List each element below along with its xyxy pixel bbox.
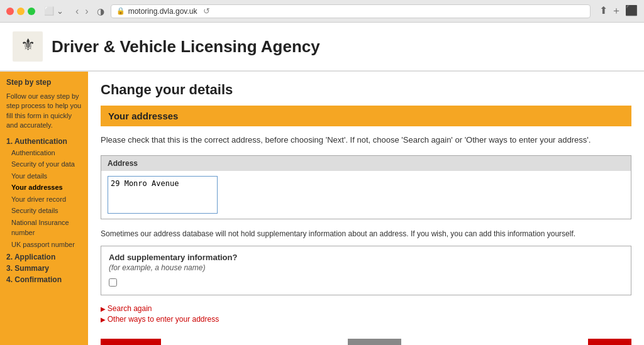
window-controls: ⬜ ⌄ — [44, 6, 64, 16]
site-header: ⚜ Driver & Vehicle Licensing Agency — [0, 23, 644, 72]
sidebar-title: Step by step — [6, 78, 82, 87]
sidebar-item-authentication[interactable]: Authentication — [6, 147, 82, 159]
brightness-icon: ◑ — [96, 6, 106, 16]
previous-label: Previous — [118, 343, 152, 346]
page-wrapper: ⚜ Driver & Vehicle Licensing Agency Step… — [0, 23, 644, 345]
cancel-label: Cancel — [357, 343, 384, 346]
sidebar-section-2-title: 2. Application — [6, 253, 82, 261]
supplementary-box-subtitle: (for example, a house name) — [109, 263, 623, 272]
address-box-header: Address — [101, 156, 631, 171]
sidebar-toggle-icon[interactable]: ⬛ — [625, 4, 638, 18]
sidebar-section-4: 4. Confirmation — [6, 275, 82, 284]
supplementary-box-title: Add supplementary information? — [109, 253, 623, 262]
maximize-button[interactable] — [28, 8, 35, 15]
sidebar-section-1: 1. Authentication Authentication Securit… — [6, 137, 82, 251]
forward-button[interactable]: › — [83, 6, 90, 17]
share-icon[interactable]: ⬆ — [599, 4, 608, 18]
sidebar-section-3: 3. Summary — [6, 264, 82, 273]
refresh-button[interactable]: ↺ — [203, 6, 210, 16]
browser-nav: ‹ › — [74, 6, 91, 17]
traffic-lights — [6, 8, 35, 15]
previous-button[interactable]: Previous — [101, 339, 161, 346]
next-label: Next — [597, 343, 614, 346]
supplementary-info-text: Sometimes our address database will not … — [101, 228, 631, 239]
sidebar: Step by step Follow our easy step by ste… — [0, 72, 88, 345]
close-button[interactable] — [6, 8, 14, 15]
sidebar-item-security-data[interactable]: Security of your data — [6, 158, 82, 170]
nav-links: Search again Other ways to enter your ad… — [101, 304, 631, 324]
section-header: Your addresses — [101, 106, 631, 126]
sidebar-section-4-title: 4. Confirmation — [6, 275, 82, 284]
sidebar-item-your-details[interactable]: Your details — [6, 170, 82, 182]
address-bar[interactable]: 🔒 motoring.dvla.gov.uk ↺ — [111, 4, 591, 18]
minimize-button[interactable] — [17, 8, 25, 15]
browser-actions: ⬆ ＋ ⬛ — [599, 4, 638, 18]
new-tab-icon[interactable]: ＋ — [611, 4, 621, 18]
search-again-link[interactable]: Search again — [101, 304, 631, 313]
window-expand-icon[interactable]: ⌄ — [57, 6, 64, 16]
uk-crest-logo: ⚜ — [13, 31, 43, 62]
sidebar-section-3-title: 3. Summary — [6, 264, 82, 273]
url-text: motoring.dvla.gov.uk — [128, 7, 197, 16]
supplementary-checkbox[interactable] — [109, 278, 117, 287]
supplementary-box: Add supplementary information? (for exam… — [101, 246, 631, 295]
sidebar-item-passport-number[interactable]: UK passport number — [6, 239, 82, 251]
button-bar: Previous Cancel Next — [101, 334, 631, 346]
browser-chrome: ⬜ ⌄ ‹ › ◑ 🔒 motoring.dvla.gov.uk ↺ ⬆ ＋ ⬛ — [0, 0, 644, 23]
sidebar-section-1-title: 1. Authentication — [6, 137, 82, 146]
address-box: Address — [101, 155, 631, 219]
sidebar-section-2: 2. Application — [6, 253, 82, 261]
sidebar-item-driver-record[interactable]: Your driver record — [6, 194, 82, 205]
sidebar-item-your-addresses[interactable]: Your addresses — [6, 182, 82, 194]
page-title: Change your details — [101, 82, 631, 98]
other-ways-link[interactable]: Other ways to enter your address — [101, 315, 631, 324]
next-button[interactable]: Next — [588, 339, 631, 346]
intro-text: Please check that this is the correct ad… — [101, 134, 631, 146]
site-title: Driver & Vehicle Licensing Agency — [52, 37, 320, 57]
sidebar-item-security-details[interactable]: Security details — [6, 205, 82, 217]
lock-icon: 🔒 — [116, 7, 125, 15]
sidebar-description: Follow our easy step by step process to … — [6, 92, 82, 131]
address-input[interactable] — [108, 176, 218, 214]
window-icon[interactable]: ⬜ — [44, 6, 54, 16]
svg-text:⚜: ⚜ — [21, 35, 35, 54]
main-layout: Step by step Follow our easy step by ste… — [0, 72, 644, 345]
sidebar-item-national-insurance[interactable]: National Insurance number — [6, 217, 82, 239]
cancel-button[interactable]: Cancel — [348, 339, 401, 346]
back-button[interactable]: ‹ — [74, 6, 80, 17]
main-content: Change your details Your addresses Pleas… — [88, 72, 644, 345]
